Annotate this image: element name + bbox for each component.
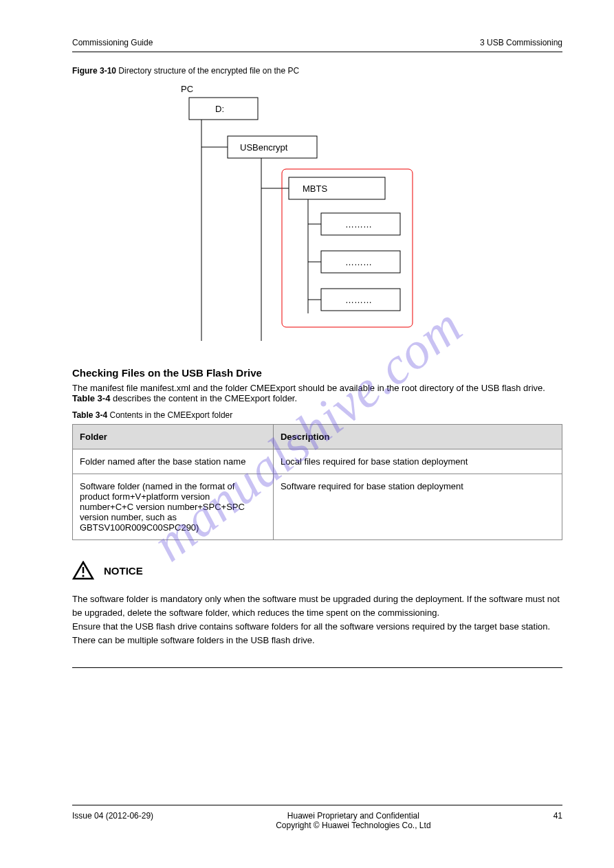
page-header: Commissioning Guide 3 USB Commissioning	[72, 38, 562, 52]
table-caption: Table 3-4 Contents in the CMEExport fold…	[72, 410, 562, 420]
notice-header: NOTICE	[72, 561, 562, 580]
diag-dots-3: ………	[345, 295, 372, 305]
header-right: 3 USB Commissioning	[480, 38, 562, 47]
cell-desc: Local files required for base station de…	[273, 449, 562, 474]
notice-line: Ensure that the USB flash drive contains…	[72, 620, 562, 647]
table-header-folder: Folder	[73, 425, 274, 449]
figure-text: Directory structure of the encrypted fil…	[116, 66, 299, 76]
table-header-desc: Description	[273, 425, 562, 449]
page-content: Commissioning Guide 3 USB Commissioning …	[0, 0, 614, 695]
table-row: Folder named after the base station name…	[73, 449, 562, 474]
directory-diagram: PC D: USBencrypt MBTS ………	[162, 80, 478, 348]
figure-number: Figure 3-10	[72, 66, 116, 76]
section-text-link: Table 3-4	[72, 393, 110, 403]
notice-label: NOTICE	[104, 565, 143, 577]
notice-line: The software folder is mandatory only wh…	[72, 592, 562, 620]
notice-body: The software folder is mandatory only wh…	[72, 592, 562, 648]
footer-center: Huawei Proprietary and Confidential Copy…	[276, 811, 430, 830]
header-left: Commissioning Guide	[72, 38, 153, 47]
diag-mbts: MBTS	[303, 183, 327, 194]
table-number: Table 3-4	[72, 410, 107, 420]
table-caption-text: Contents in the CMEExport folder	[107, 410, 232, 420]
cell-folder: Software folder (named in the format of …	[73, 474, 274, 540]
diag-dots-2: ………	[345, 257, 372, 267]
contents-table: Folder Description Folder named after th…	[72, 424, 562, 540]
notice-block: NOTICE The software folder is mandatory …	[72, 561, 562, 668]
section-text-suffix: describes the content in the CMEExport f…	[110, 393, 297, 403]
diag-pc: PC	[181, 84, 193, 94]
section-text: The manifest file manifest.xml and the f…	[72, 383, 562, 403]
page-footer: Issue 04 (2012-06-29) Huawei Proprietary…	[72, 805, 562, 830]
footer-right: 41	[553, 811, 562, 830]
diag-usb: USBencrypt	[240, 142, 288, 153]
section-text-prefix: The manifest file manifest.xml and the f…	[72, 383, 545, 393]
section-title: Checking Files on the USB Flash Drive	[72, 367, 562, 379]
diag-dots-1: ………	[345, 219, 372, 230]
cell-folder: Folder named after the base station name	[73, 449, 274, 474]
cell-desc: Software required for base station deplo…	[273, 474, 562, 540]
table-row: Software folder (named in the format of …	[73, 474, 562, 540]
footer-left: Issue 04 (2012-06-29)	[72, 811, 153, 830]
diag-drive: D:	[215, 104, 224, 114]
warning-icon	[72, 561, 94, 580]
svg-point-17	[82, 575, 84, 577]
figure-caption: Figure 3-10 Directory structure of the e…	[72, 66, 562, 76]
